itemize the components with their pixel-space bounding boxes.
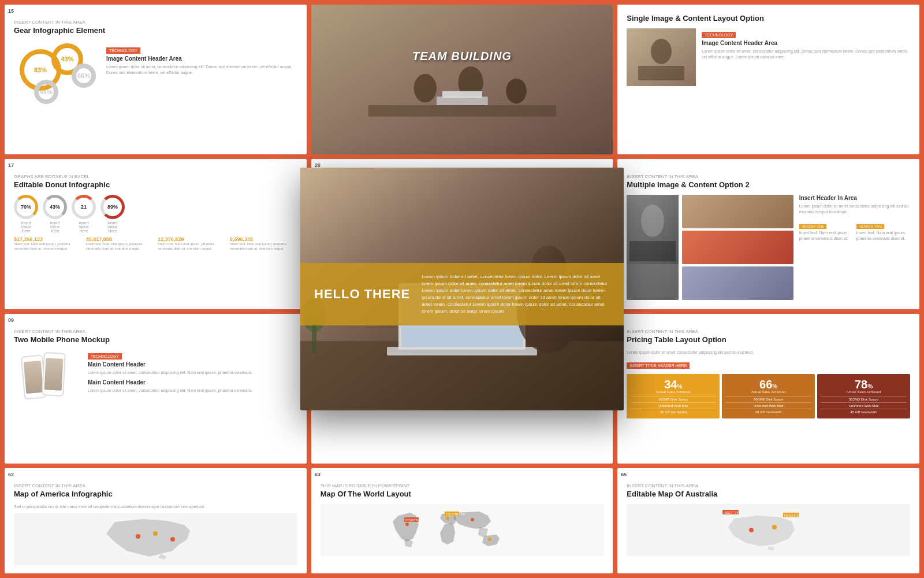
slide-9-subtitle: Insert content in this area	[627, 329, 910, 334]
team-title-box: TEAM BUILDING	[412, 50, 512, 63]
slide-12-subtitle: Insert content in this area	[627, 483, 910, 488]
slide-7-title: Two Mobile Phone Mockup	[14, 335, 297, 345]
svg-text:HEADLINE: HEADLINE	[784, 514, 799, 517]
slide-7-text: TECHNOLOGY Main Content Header Lorem ips…	[88, 350, 297, 413]
svg-point-16	[405, 523, 409, 526]
america-map-area	[14, 513, 297, 565]
hero-lorem-text: Lorem ipsum dolor sit amet, consectetur …	[422, 273, 610, 315]
multi-img-sm-3	[682, 266, 793, 300]
slide-donut-infographic: 17 Graphs are editable in excel Editable…	[5, 159, 307, 309]
slide-gear-infographic: 15 Insert content in this area Gear Info…	[5, 5, 307, 154]
slide-1-subtitle: Insert content in this area	[14, 20, 297, 25]
slide-7-main-header2: Main Content Header	[88, 379, 297, 386]
multi-img-sm-1	[682, 195, 793, 228]
slide-3-tag: TECHNOLOGY	[702, 32, 736, 38]
slide-7-main-header: Main Content Header	[88, 361, 297, 368]
svg-rect-9	[638, 66, 684, 80]
donut-sub-4: InsertValueHere	[107, 221, 118, 233]
svg-text:COUNTRY TIP: COUNTRY TIP	[446, 513, 465, 516]
phone-2	[42, 352, 66, 397]
slide-mobile-mockup: 09 Insert content in this area Two Mobil…	[5, 314, 307, 464]
slide-6-header-one: HEADER ONE	[799, 224, 827, 229]
donut-sub-2: InsertValueHere	[50, 221, 60, 233]
slide-7-lorem2: Lorem ipsum dolor sit amet, consectetur …	[88, 388, 297, 394]
pricing-feat-2a: 800MB Disk Space	[725, 396, 811, 401]
hero-banner: HELLO THERE Lorem ipsum dolor sit amet, …	[300, 263, 624, 325]
slide-10-title: Map of America Infographic	[14, 490, 297, 499]
svg-point-17	[446, 517, 449, 520]
pricing-card-3: 78% Actual Sales Achieved 302MB Disk Spa…	[817, 374, 910, 418]
slide-6-text-area: Insert Header In Area Lorem ipsum dolor …	[797, 195, 910, 299]
multi-image-content-area: Insert Header In Area Lorem ipsum dolor …	[627, 195, 910, 299]
slide-10-lorem: Sed ut perspiciatis omnis iste natus err…	[14, 504, 297, 510]
slide-7-number: 09	[8, 317, 14, 323]
slide-6-title: Multiple Image & Content Option 2	[627, 180, 910, 190]
slide-3-title: Single Image & Content Layout Option	[627, 14, 910, 24]
slide-11-title: Map Of The World Layout	[321, 490, 604, 499]
donut-2: 43% InsertValueHere	[43, 195, 67, 233]
pricing-pct-1: 34%	[630, 379, 716, 390]
donut-circle-2: 43%	[43, 195, 67, 219]
pricing-pct-3: 78%	[821, 379, 907, 390]
slide-map-america: 62 Insert content in this area Map of Am…	[5, 468, 307, 573]
svg-point-14	[153, 531, 158, 536]
gear-small-1: 66%	[72, 64, 96, 88]
pricing-pct-symbol-2: %	[772, 383, 777, 390]
slide-9-title: Pricing Table Layout Option	[627, 335, 910, 345]
phone-2-screen	[44, 358, 64, 390]
pricing-pct-2: 66%	[725, 379, 811, 390]
slide-6-subtitle: Insert content in this area	[627, 174, 910, 179]
world-map-svg: COUNTRY TIP COUNTRY TIP	[387, 507, 537, 553]
team-image-bg: TEAM BUILDING	[311, 5, 613, 154]
svg-point-24	[749, 528, 754, 532]
number-1: $17,356,123 Insert text. Nam erat ipsum,…	[14, 236, 81, 251]
pricing-label-1: Actual Sales Achieved	[630, 390, 716, 394]
donuts-row: 70% InsertValueHere 43% InsertValueHere …	[14, 195, 297, 233]
slide-12-title: Editable Map Of Australia	[627, 490, 910, 499]
pricing-feat-3b: Unlimited Web Mail	[821, 402, 907, 407]
pricing-feat-1b: Unlimited Web Mail	[630, 402, 716, 407]
donut-circle-3: 21	[72, 195, 96, 219]
slide-team-building: TEAM BUILDING	[311, 5, 613, 154]
phones-container	[14, 350, 83, 413]
slide-3-image	[627, 28, 696, 86]
multi-large-svg	[627, 195, 679, 264]
slide-7-subtitle: Insert content in this area	[14, 329, 297, 334]
svg-rect-5	[437, 97, 488, 105]
slide-3-img-svg	[627, 28, 696, 86]
slide-1-title: Gear Infographic Element	[14, 26, 297, 36]
pricing-feat-2b: Unlimited Web Mail	[725, 402, 811, 407]
multi-img-stack	[682, 195, 793, 299]
slide-1-content-header: Image Content Header Area	[106, 55, 297, 62]
num-desc-1: Insert text. Nam erat ipsum, pharetra ve…	[14, 242, 81, 251]
svg-rect-6	[442, 91, 482, 98]
num-desc-4: Insert text. Nam erat ipsum, pharetra ve…	[230, 242, 297, 251]
team-svg	[311, 5, 613, 154]
slide-11-subtitle: This map is editable in powerpoint	[321, 483, 604, 488]
slide-9-lorem: Lorem ipsum dolor sit amet consectetur a…	[627, 350, 910, 355]
slide-3-text-area: TECHNOLOGY Image Content Header Area Lor…	[702, 28, 910, 86]
australia-svg: INSERT TIP HEADLINE	[717, 507, 821, 553]
hero-hello-text: HELLO THERE	[314, 287, 410, 302]
svg-text:COUNTRY TIP: COUNTRY TIP	[405, 518, 425, 522]
svg-point-19	[488, 538, 491, 541]
team-title: TEAM BUILDING	[412, 50, 512, 63]
pricing-pct-symbol-1: %	[677, 383, 682, 390]
pricing-label-3: Actual Sales Achieved	[821, 390, 907, 394]
slide-6-insert-header: Insert Header In Area	[799, 195, 910, 201]
svg-rect-1	[368, 105, 556, 117]
slide-1-tag: TECHNOLOGY	[106, 47, 140, 54]
pricing-feat-1a: 302MB Disk Space	[630, 396, 716, 401]
number-2: 45,817,888 Insert text. Nam erat ipsum, …	[86, 236, 154, 251]
multi-img-sm-2	[682, 231, 793, 264]
pricing-insert-header: Insert Title Header Here	[627, 362, 690, 369]
svg-point-12	[641, 205, 664, 237]
slide-7-tag: TECHNOLOGY	[88, 353, 122, 360]
slide-4-subtitle: Graphs are editable in excel	[14, 174, 297, 179]
slide-3-content-area: TECHNOLOGY Image Content Header Area Lor…	[627, 28, 910, 86]
donut-circle-1: 70%	[14, 195, 38, 219]
hero-slide-overlay: HELLO THERE Lorem ipsum dolor sit amet, …	[300, 168, 624, 410]
slide-pricing-table: Insert content in this area Pricing Tabl…	[617, 314, 919, 464]
svg-rect-11	[629, 241, 676, 261]
num-val-2: 45,817,888	[86, 236, 154, 242]
